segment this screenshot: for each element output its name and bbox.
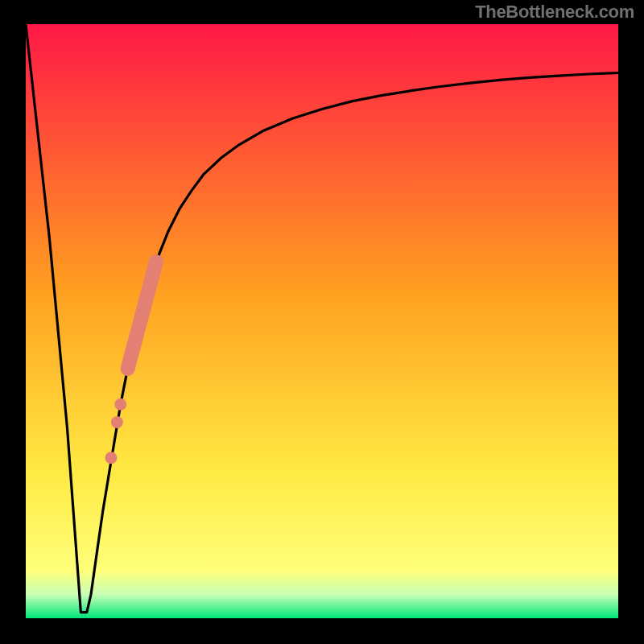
chart-container: TheBottleneck.com [0,0,644,644]
highlight-dot [111,416,123,428]
highlight-dot [105,452,117,464]
watermark-text: TheBottleneck.com [475,2,634,23]
plot-background [26,24,618,618]
bottleneck-chart [0,0,644,644]
highlight-dot [114,398,126,411]
